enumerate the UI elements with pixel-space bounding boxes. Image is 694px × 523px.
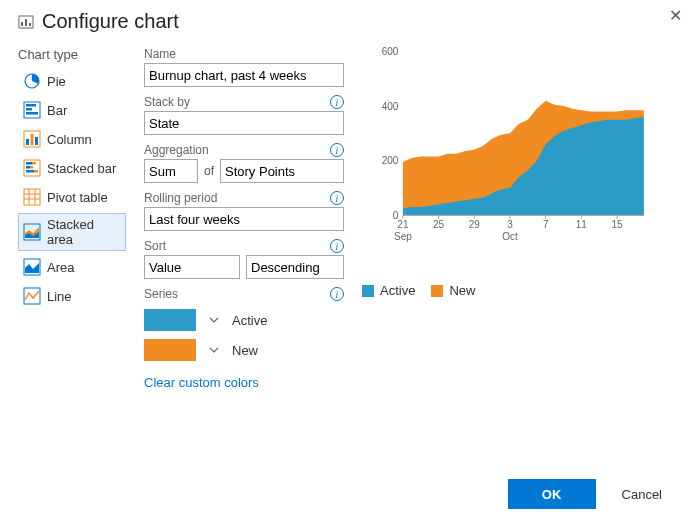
svg-rect-10 xyxy=(26,139,29,145)
chart-type-panel: Chart type Pie Bar xyxy=(18,47,126,390)
chart-icon xyxy=(18,14,34,30)
svg-rect-7 xyxy=(26,108,32,111)
rolling-period-select[interactable]: Last four weeks xyxy=(144,207,344,231)
name-input[interactable] xyxy=(144,63,344,87)
rolling-label: Rolling period xyxy=(144,191,217,205)
of-label: of xyxy=(204,164,214,178)
bar-icon xyxy=(23,101,41,119)
svg-text:21: 21 xyxy=(397,219,409,230)
svg-rect-1 xyxy=(21,22,23,26)
legend-item: New xyxy=(431,283,475,298)
svg-text:15: 15 xyxy=(611,219,623,230)
svg-rect-8 xyxy=(26,112,38,115)
name-label: Name xyxy=(144,47,176,61)
series-row: Active xyxy=(144,309,344,331)
aggregation-field-select[interactable]: Story Points xyxy=(220,159,344,183)
svg-text:Sep: Sep xyxy=(394,231,412,242)
legend-item: Active xyxy=(362,283,415,298)
chart-type-stacked-area[interactable]: Stacked area xyxy=(18,213,126,251)
info-icon[interactable] xyxy=(330,239,344,253)
chart-type-label: Chart type xyxy=(18,47,126,62)
svg-text:400: 400 xyxy=(382,101,399,112)
chart-type-label: Area xyxy=(47,260,74,275)
legend-label: New xyxy=(449,283,475,298)
svg-rect-6 xyxy=(26,104,36,107)
dialog-title: Configure chart xyxy=(42,10,179,33)
settings-panel: Name Stack by State Aggregation Sum of S… xyxy=(144,47,344,390)
stackby-label: Stack by xyxy=(144,95,190,109)
stacked-area-icon xyxy=(23,223,41,241)
svg-text:600: 600 xyxy=(382,47,399,57)
dialog-footer: OK Cancel xyxy=(508,479,672,509)
pivot-table-icon xyxy=(23,188,41,206)
svg-rect-17 xyxy=(30,166,33,169)
svg-text:29: 29 xyxy=(469,219,481,230)
chart-type-label: Line xyxy=(47,289,72,304)
series-name: New xyxy=(232,343,258,358)
series-name: Active xyxy=(232,313,267,328)
chart-type-stacked-bar[interactable]: Stacked bar xyxy=(18,155,126,181)
svg-text:200: 200 xyxy=(382,155,399,166)
svg-rect-14 xyxy=(26,162,32,165)
svg-rect-11 xyxy=(31,134,34,145)
chart-type-bar[interactable]: Bar xyxy=(18,97,126,123)
legend-label: Active xyxy=(380,283,415,298)
series-color-swatch[interactable] xyxy=(144,309,196,331)
svg-rect-12 xyxy=(35,137,38,145)
svg-text:3: 3 xyxy=(507,219,513,230)
legend-swatch xyxy=(362,285,374,297)
chevron-down-icon[interactable] xyxy=(208,314,220,326)
configure-chart-dialog: ✕ Configure chart Chart type Pie xyxy=(0,0,694,523)
chart-type-label: Stacked area xyxy=(47,217,121,247)
series-row: New xyxy=(144,339,344,361)
info-icon[interactable] xyxy=(330,287,344,301)
close-icon[interactable]: ✕ xyxy=(669,6,682,25)
chart-type-pivot-table[interactable]: Pivot table xyxy=(18,184,126,210)
svg-rect-16 xyxy=(26,166,30,169)
sort-direction-select[interactable]: Descending xyxy=(246,255,344,279)
chart-type-label: Bar xyxy=(47,103,67,118)
chart-type-label: Stacked bar xyxy=(47,161,116,176)
svg-rect-18 xyxy=(26,170,34,173)
chart-type-pie[interactable]: Pie xyxy=(18,68,126,94)
chart-type-label: Pie xyxy=(47,74,66,89)
legend-swatch xyxy=(431,285,443,297)
cancel-button[interactable]: Cancel xyxy=(612,481,672,508)
svg-text:11: 11 xyxy=(576,219,588,230)
svg-rect-19 xyxy=(34,170,38,173)
area-icon xyxy=(23,258,41,276)
clear-custom-colors-link[interactable]: Clear custom colors xyxy=(144,375,259,390)
stacked-area-chart: 020040060021Sep25293Oct71115 xyxy=(362,47,662,247)
svg-text:25: 25 xyxy=(433,219,445,230)
chart-legend: Active New xyxy=(362,283,676,298)
chart-type-column[interactable]: Column xyxy=(18,126,126,152)
aggregation-func-select[interactable]: Sum xyxy=(144,159,198,183)
preview-panel: 020040060021Sep25293Oct71115 Active New xyxy=(362,47,676,390)
sort-by-select[interactable]: Value xyxy=(144,255,240,279)
svg-text:7: 7 xyxy=(543,219,549,230)
chart-type-line[interactable]: Line xyxy=(18,283,126,309)
chart-type-list: Pie Bar Column xyxy=(18,68,126,312)
chevron-down-icon[interactable] xyxy=(208,344,220,356)
line-icon xyxy=(23,287,41,305)
column-icon xyxy=(23,130,41,148)
pie-icon xyxy=(23,72,41,90)
svg-rect-3 xyxy=(29,23,31,26)
stackby-select[interactable]: State xyxy=(144,111,344,135)
ok-button[interactable]: OK xyxy=(508,479,596,509)
series-label: Series xyxy=(144,287,178,301)
chart-preview: 020040060021Sep25293Oct71115 xyxy=(362,47,662,267)
svg-text:Oct: Oct xyxy=(502,231,518,242)
aggregation-label: Aggregation xyxy=(144,143,209,157)
svg-rect-15 xyxy=(32,162,36,165)
series-color-swatch[interactable] xyxy=(144,339,196,361)
chart-type-label: Pivot table xyxy=(47,190,108,205)
stacked-bar-icon xyxy=(23,159,41,177)
info-icon[interactable] xyxy=(330,95,344,109)
info-icon[interactable] xyxy=(330,143,344,157)
svg-rect-2 xyxy=(25,19,27,26)
info-icon[interactable] xyxy=(330,191,344,205)
chart-type-area[interactable]: Area xyxy=(18,254,126,280)
svg-rect-20 xyxy=(24,189,40,205)
sort-label: Sort xyxy=(144,239,166,253)
